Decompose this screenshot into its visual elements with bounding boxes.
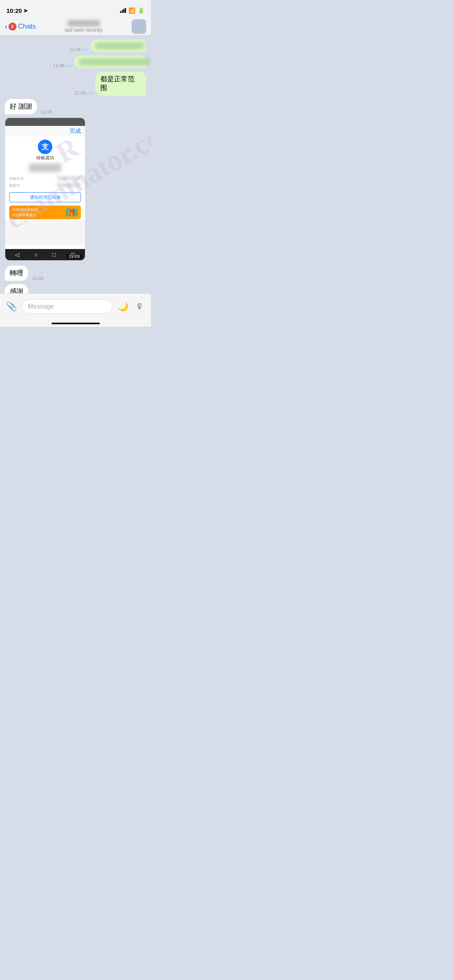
card-pay-value — [57, 176, 81, 180]
table-row: 11:08 ✓✓ 都是正常范围 — [5, 72, 146, 96]
message-time: 11:09 — [32, 276, 43, 281]
contact-status: last seen recently — [65, 27, 102, 33]
table-row: 感謝 11:09 — [5, 284, 146, 293]
table-row: 11:08 ✓✓ — [5, 56, 146, 68]
message-input[interactable]: Message — [22, 299, 112, 314]
emoji-button[interactable]: 🌙 — [116, 300, 129, 313]
message-bubble: 都是正常范围 — [95, 72, 146, 96]
mic-button[interactable]: 🎙 — [133, 300, 146, 313]
status-bar: 10:20 ➤ 📶 🔋 — [0, 0, 151, 18]
card-recipient-label: 收款方 — [9, 183, 20, 188]
card-topbar — [5, 118, 85, 126]
status-icons: 📶 🔋 — [120, 7, 145, 14]
card-notify-button[interactable]: 通知对方已转账 — [9, 192, 81, 202]
nav-center: last seen recently — [65, 20, 102, 33]
message-time: 11:08 — [41, 109, 52, 114]
microphone-icon: 🎙 — [136, 302, 144, 311]
card-success-text: 转账成功 — [5, 155, 85, 161]
message-bubble: 轉哩 — [5, 266, 28, 281]
status-time: 10:20 ➤ — [6, 7, 28, 14]
card-recipient-value — [57, 183, 81, 187]
message-time: 11:08 ✓✓ — [70, 47, 89, 52]
avatar[interactable] — [132, 19, 146, 34]
card-info-row: 收款方 — [5, 182, 85, 189]
location-arrow-icon: ➤ — [23, 8, 28, 14]
chat-area: Rexaminator.co 11:08 ✓✓ 11:08 ✓✓ 11:08 ✓… — [0, 35, 151, 293]
paperclip-icon: 📎 — [6, 301, 17, 312]
message-time: 11:08 ✓✓ — [74, 91, 94, 96]
card-done-row: 完成 — [5, 126, 85, 136]
tick-icon: ✓✓ — [65, 63, 72, 68]
home-indicator — [52, 323, 100, 324]
blurred-content — [79, 59, 151, 65]
blurred-content — [95, 43, 144, 49]
table-row: 11:08 ✓✓ — [5, 39, 146, 52]
table-row: 轉哩 11:09 — [5, 266, 146, 281]
card-promo-icon: 🎁 — [66, 208, 78, 216]
nav-back-icon: ◁ — [15, 251, 19, 258]
back-chevron-icon: ‹ — [5, 22, 8, 31]
message-text: 都是正常范围 — [100, 75, 134, 92]
nav-square-icon: □ — [52, 251, 56, 258]
signal-icon — [120, 8, 126, 13]
battery-icon: 🔋 — [138, 7, 145, 14]
card-pay-label: 付款方式 — [9, 176, 24, 181]
input-bar: 📎 Message 🌙 🎙 — [0, 293, 151, 327]
card-timestamp: 11:09 — [66, 253, 82, 259]
message-bubble: 好 謝謝 — [5, 99, 37, 114]
moon-icon: 🌙 — [118, 301, 128, 312]
message-bubble — [91, 39, 146, 52]
card-promo: 转账成功奖励你 0元领取健康卡 🎁 — [9, 206, 81, 219]
card-promo-text: 转账成功奖励你 — [12, 207, 38, 212]
message-text: 好 謝謝 — [10, 103, 32, 110]
card-info-row: 付款方式 — [5, 175, 85, 182]
nav-home-icon: ○ — [34, 251, 37, 258]
unread-badge: 3 — [8, 23, 17, 31]
message-text: 轉哩 — [10, 269, 23, 277]
tick-icon: ✓✓ — [82, 47, 89, 52]
back-label: Chats — [18, 23, 36, 31]
table-row: 完成 支 转账成功 付款方式 收款方 通知对方已转账 转 — [5, 117, 146, 262]
card-done-label: 完成 — [70, 128, 81, 135]
screenshot-card: 完成 支 转账成功 付款方式 收款方 通知对方已转账 转 — [5, 117, 85, 261]
contact-name — [68, 20, 100, 27]
message-placeholder: Message — [28, 303, 54, 310]
alipay-logo: 支 — [38, 140, 52, 154]
message-text: 感謝 — [10, 288, 23, 293]
message-time: 11:08 ✓✓ — [53, 63, 73, 68]
card-amount — [29, 163, 61, 172]
wifi-icon: 📶 — [128, 7, 135, 14]
table-row: 好 謝謝 11:08 — [5, 99, 146, 114]
tick-icon: ✓✓ — [87, 91, 94, 95]
back-button[interactable]: ‹ 3 Chats — [5, 22, 36, 31]
nav-bar: ‹ 3 Chats last seen recently — [0, 18, 151, 35]
card-promo-sub: 0元领取健康卡 — [12, 212, 38, 218]
attach-button[interactable]: 📎 — [5, 300, 18, 313]
message-bubble: 感謝 — [5, 284, 28, 293]
card-empty-space — [5, 221, 85, 245]
message-bubble — [74, 56, 146, 68]
